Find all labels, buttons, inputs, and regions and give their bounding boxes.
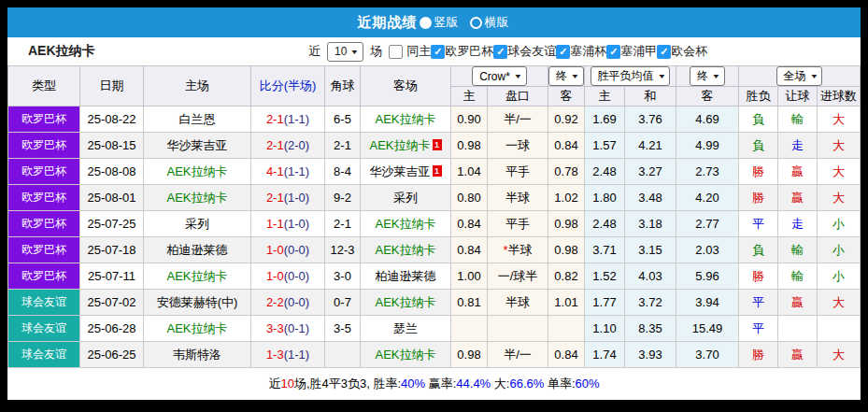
team-label: 采列: [393, 191, 418, 205]
league-filter-item[interactable]: ✓欧会杯: [657, 43, 707, 60]
avg-select[interactable]: 胜平负均值▼: [591, 66, 671, 86]
avg-time-select[interactable]: 终▼: [690, 66, 725, 86]
col-header-home: 主场: [144, 66, 251, 107]
league-label[interactable]: 塞浦杯: [570, 43, 606, 60]
league-label[interactable]: 欧罗巴杯: [445, 43, 493, 60]
sub-header-handicap-result: 让球: [778, 87, 818, 107]
avg-away-cell: 2.77: [676, 211, 739, 237]
halftime-score: (2-0): [284, 138, 309, 152]
fulltime-score: 3-3: [266, 321, 284, 335]
table-header: 类型 日期 主场 比分(半场) 角球 客场 Crow*▼ 终▼ 胜平负均值▼: [8, 66, 861, 107]
league-label[interactable]: 球会友谊: [507, 43, 556, 60]
score-cell: 3-3(0-1): [251, 316, 325, 342]
match-date: 25-06-25: [80, 342, 144, 368]
handicap-result-cell: 贏: [778, 185, 818, 211]
avg-draw-cell: 3.72: [625, 290, 676, 316]
summary-segment: 大:: [491, 376, 509, 391]
vertical-radio[interactable]: [420, 17, 432, 29]
fulltime-score: 2-1: [266, 191, 284, 205]
odds-home-cell: 0.84: [451, 211, 488, 237]
league-checkbox[interactable]: ✓: [657, 45, 671, 59]
halftime-score: (1-0): [284, 191, 309, 205]
avg-away-cell: 5.96: [676, 263, 739, 290]
odds-time-select[interactable]: 终▼: [548, 66, 584, 86]
home-team-cell: 韦斯特洛: [144, 342, 251, 368]
recent-count-select[interactable]: 10▼: [327, 42, 363, 62]
scope-select[interactable]: 全场▼: [776, 66, 823, 86]
match-type-badge: 欧罗巴杯: [8, 211, 80, 237]
recent-results-panel: 近期战绩 竖版 横版 AEK拉纳卡 近 10▼ 场 同主 ✓欧罗巴杯✓球会友谊✓…: [7, 7, 861, 400]
avg-time-header: 终▼: [676, 66, 739, 87]
result-cell: 勝: [739, 263, 778, 290]
league-checkbox[interactable]: ✓: [431, 45, 445, 59]
avg-home-cell: 2.48: [585, 211, 625, 237]
result-cell: 平: [739, 211, 778, 237]
goals-cell: 大: [818, 107, 861, 133]
avg-away-cell: 3.70: [676, 342, 739, 368]
odds-home-cell: 0.80: [451, 185, 488, 211]
handicap-result-cell: 輸: [778, 263, 818, 290]
halftime-score: (0-0): [284, 243, 309, 257]
league-filter-item[interactable]: ✓塞浦杯: [556, 43, 606, 60]
avg-draw-cell: 3.15: [625, 237, 676, 263]
result-cell: 平: [739, 290, 778, 316]
fulltime-score: 1-1: [266, 217, 284, 231]
handicap-cell: [488, 316, 548, 342]
horizontal-radio-label[interactable]: 横版: [485, 14, 509, 31]
handicap-result-cell: 走: [778, 211, 818, 237]
league-label[interactable]: 欧会杯: [671, 43, 707, 60]
odds-home-cell: 0.84: [451, 237, 488, 263]
league-checkbox[interactable]: ✓: [493, 45, 507, 59]
handicap-cell: 半球: [488, 290, 548, 316]
league-checkbox[interactable]: ✓: [556, 45, 570, 59]
corners-cell: 9-2: [325, 185, 361, 211]
score-cell: 2-1(1-1): [251, 107, 325, 133]
team-label: AEK拉纳卡: [166, 321, 227, 335]
chevron-down-icon: ▼: [350, 49, 360, 55]
match-date: 25-07-18: [80, 237, 144, 263]
corners-cell: 3-5: [325, 316, 361, 342]
corners-cell: 6-5: [325, 107, 361, 133]
score-cell: 1-1(1-0): [251, 211, 325, 237]
horizontal-radio[interactable]: [470, 17, 482, 29]
goals-cell: [818, 316, 861, 342]
league-filter-item[interactable]: ✓欧罗巴杯: [431, 43, 493, 60]
team-label: 瑟兰: [393, 321, 418, 335]
vertical-radio-label[interactable]: 竖版: [434, 14, 459, 31]
same-home-checkbox[interactable]: [389, 45, 403, 59]
sub-header-result: 胜负: [739, 87, 778, 107]
scope-header: 全场▼: [739, 66, 861, 87]
goals-cell: 小: [818, 211, 861, 237]
sub-header-goals: 进球数: [818, 87, 861, 107]
league-filter-item[interactable]: ✓球会友谊: [493, 43, 556, 60]
handicap-cell: 半/一: [488, 107, 548, 133]
fulltime-score: 1-3: [266, 348, 284, 362]
corners-cell: [325, 342, 361, 368]
table-row: 欧罗巴杯25-08-22白兰恩2-1(1-1)6-5AEK拉纳卡0.90半/一0…: [8, 107, 861, 133]
odds-company-select[interactable]: Crow*▼: [472, 66, 527, 86]
summary-segment: 40%: [401, 376, 425, 391]
league-filter-item[interactable]: ✓塞浦甲: [606, 43, 657, 60]
score-cell: 1-0(0-0): [251, 263, 325, 290]
home-team-cell: 白兰恩: [144, 107, 251, 133]
handicap-result-cell: 贏: [778, 290, 818, 316]
match-type-badge: 球会友谊: [8, 316, 80, 342]
odds-away-cell: [548, 316, 585, 342]
match-type-badge: 欧罗巴杯: [8, 263, 80, 290]
team-label: 安德莱赫特(中): [157, 295, 238, 309]
same-home-label[interactable]: 同主: [406, 43, 431, 60]
table-row: 欧罗巴杯25-07-18柏迪逊莱德1-0(0-0)12-3AEK拉纳卡0.84*…: [8, 237, 861, 263]
recent-label: 近: [308, 43, 320, 60]
match-type-badge: 欧罗巴杯: [8, 107, 80, 133]
league-label[interactable]: 塞浦甲: [620, 43, 657, 60]
avg-home-cell: 1.52: [585, 263, 625, 290]
home-team-cell: 采列: [144, 211, 251, 237]
filter-bar: AEK拉纳卡 近 10▼ 场 同主 ✓欧罗巴杯✓球会友谊✓塞浦杯✓塞浦甲✓欧会杯: [7, 37, 861, 65]
team-label: AEK拉纳卡: [166, 191, 227, 205]
league-checkbox[interactable]: ✓: [606, 45, 620, 59]
team-label: 柏迪逊莱德: [167, 243, 228, 257]
home-team-cell: AEK拉纳卡: [144, 185, 251, 211]
odds-away-cell: 0.84: [548, 342, 585, 368]
match-date: 25-08-15: [80, 133, 144, 159]
title-bar: 近期战绩 竖版 横版: [7, 7, 861, 37]
